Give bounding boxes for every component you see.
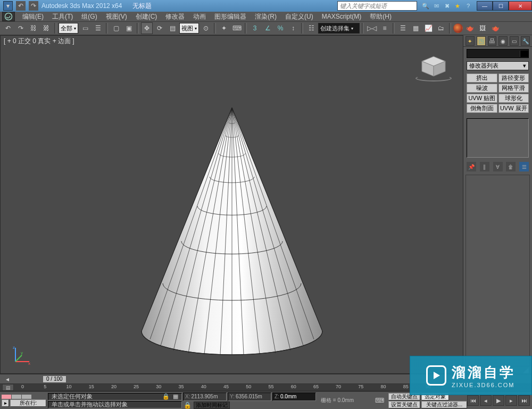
- menu-customize[interactable]: 自定义(U): [281, 11, 318, 22]
- modifier-spherify[interactable]: 球形化: [498, 94, 529, 103]
- snap-toggle-icon[interactable]: 3: [249, 22, 261, 34]
- app-menu-icon[interactable]: ▾: [3, 1, 13, 11]
- maxscript-mini-listener[interactable]: [2, 395, 46, 399]
- menu-edit[interactable]: 编辑(E): [18, 11, 48, 22]
- tab-create-icon[interactable]: ✦: [466, 36, 475, 46]
- exchange-icon[interactable]: ✖: [443, 2, 451, 10]
- now-row-button[interactable]: 所在行:: [10, 399, 46, 407]
- modifier-meshsmooth[interactable]: 网格平滑: [498, 84, 529, 93]
- infocenter-search-icon[interactable]: 🔍: [421, 2, 430, 10]
- close-button[interactable]: ✕: [509, 1, 532, 11]
- menu-help[interactable]: 帮助(H): [365, 11, 396, 22]
- spinner-snap-icon[interactable]: ↕: [287, 22, 299, 34]
- keymode-icon[interactable]: ⌨: [373, 395, 385, 406]
- coord-z[interactable]: Z:0.0mm: [272, 392, 316, 401]
- tab-hierarchy-icon[interactable]: 品: [488, 36, 497, 46]
- isolate-icon[interactable]: ▦: [173, 393, 178, 400]
- window-crossing-icon[interactable]: ▣: [123, 22, 135, 34]
- favorite-icon[interactable]: ★: [453, 2, 462, 10]
- tab-display-icon[interactable]: ▭: [510, 36, 519, 46]
- named-selection-dropdown[interactable]: 创建选择集▾: [318, 23, 360, 34]
- next-frame-icon[interactable]: ▸: [505, 395, 517, 406]
- configure-sets-icon[interactable]: ☰: [519, 162, 529, 171]
- curve-editor-icon[interactable]: 📈: [422, 22, 434, 34]
- render-setup-icon[interactable]: 🫖: [464, 22, 476, 34]
- select-scale-icon[interactable]: ▤: [167, 22, 178, 34]
- help-icon[interactable]: ?: [464, 2, 472, 10]
- maximize-button[interactable]: ☐: [493, 1, 509, 11]
- help-search-input[interactable]: [337, 1, 417, 11]
- setkey-button[interactable]: 设置关键点: [388, 401, 420, 408]
- select-by-name-icon[interactable]: ☰: [92, 22, 104, 34]
- goto-start-icon[interactable]: ⏮: [467, 395, 479, 406]
- object-color-swatch[interactable]: [520, 51, 528, 57]
- modifier-noise[interactable]: 噪波: [467, 84, 497, 93]
- modifier-extrude[interactable]: 挤出: [467, 73, 497, 83]
- tab-modify-icon[interactable]: ◳: [477, 36, 486, 46]
- time-slider-handle[interactable]: 0 / 100: [43, 375, 66, 383]
- menu-tools[interactable]: 工具(T): [48, 11, 77, 22]
- menu-group[interactable]: 组(G): [77, 11, 101, 22]
- menu-create[interactable]: 创建(C): [131, 11, 162, 22]
- lock-transform-icon[interactable]: 🔒: [183, 402, 192, 409]
- viewport[interactable]: [ + 0 正交 0 真实 + 边面 ]: [0, 35, 463, 374]
- coord-y[interactable]: Y:6356.015m: [228, 392, 271, 401]
- menu-grapheditors[interactable]: 图形编辑器: [210, 11, 251, 22]
- select-rectangle-icon[interactable]: ▢: [110, 22, 122, 34]
- select-move-icon[interactable]: ✥: [141, 22, 153, 34]
- object-name-field[interactable]: [467, 49, 529, 58]
- minimize-button[interactable]: —: [477, 1, 493, 11]
- pivot-icon[interactable]: ⊙: [200, 22, 212, 34]
- play-icon[interactable]: ▶: [493, 395, 504, 406]
- trackbar-toggle-icon[interactable]: ▤: [2, 384, 14, 391]
- qat-undo-icon[interactable]: ↶: [16, 1, 26, 11]
- select-object-icon[interactable]: ▭: [79, 22, 91, 34]
- open-mini-listener-icon[interactable]: ▸: [2, 399, 9, 407]
- selection-filter-dropdown[interactable]: 全部▾: [59, 23, 78, 34]
- subscription-icon[interactable]: ✉: [432, 2, 440, 10]
- angle-snap-icon[interactable]: ∠: [262, 22, 273, 34]
- graphite-icon[interactable]: ▦: [410, 22, 421, 34]
- tab-motion-icon[interactable]: ◉: [498, 36, 508, 46]
- edit-named-sel-icon[interactable]: ☷: [305, 22, 317, 34]
- add-time-tag-button[interactable]: 添加时间标记: [194, 402, 230, 409]
- pin-stack-icon[interactable]: 📌: [467, 162, 476, 171]
- remove-modifier-icon[interactable]: 🗑: [506, 162, 516, 171]
- qat-redo-icon[interactable]: ↷: [29, 1, 38, 11]
- percent-snap-icon[interactable]: %: [275, 22, 286, 34]
- tab-utilities-icon[interactable]: 🔧: [521, 36, 530, 46]
- modifier-list-dropdown[interactable]: 修改器列表▾: [467, 61, 529, 70]
- manipulate-icon[interactable]: ✦: [218, 22, 230, 34]
- app-logo-icon[interactable]: [2, 12, 15, 21]
- align-icon[interactable]: ≡: [379, 22, 390, 34]
- slider-step-back-icon[interactable]: ◂: [2, 375, 13, 383]
- show-end-result-icon[interactable]: ‖: [480, 162, 489, 171]
- lock-selection-icon[interactable]: 🔒: [162, 393, 170, 400]
- viewcube[interactable]: [413, 44, 454, 84]
- schematic-icon[interactable]: 🗂: [435, 22, 447, 34]
- menu-animation[interactable]: 动画: [189, 11, 210, 22]
- rendered-frame-icon[interactable]: 🖼: [477, 22, 488, 34]
- viewport-label[interactable]: [ + 0 正交 0 真实 + 边面 ]: [4, 37, 74, 46]
- ref-coord-dropdown[interactable]: 视图▾: [179, 23, 199, 34]
- key-filters-button[interactable]: 关键点过滤器...: [421, 401, 467, 408]
- prev-frame-icon[interactable]: ◂: [480, 395, 492, 406]
- mirror-icon[interactable]: ▷◁: [366, 22, 378, 34]
- modifier-pathdeform[interactable]: 路径变形: [498, 73, 529, 83]
- make-unique-icon[interactable]: ∀: [493, 162, 503, 171]
- modifier-uvwunwrap[interactable]: UVW 展开: [498, 104, 529, 113]
- redo-icon[interactable]: ↷: [15, 22, 27, 34]
- menu-rendering[interactable]: 渲染(R): [251, 11, 281, 22]
- select-rotate-icon[interactable]: ⟳: [154, 22, 165, 34]
- render-production-icon[interactable]: 🫖: [489, 22, 501, 34]
- undo-icon[interactable]: ↶: [2, 22, 14, 34]
- keyboard-shortcut-icon[interactable]: ⌨: [231, 22, 243, 34]
- unlink-icon[interactable]: ⛓̸: [40, 22, 52, 34]
- goto-end-icon[interactable]: ⏭: [518, 395, 530, 406]
- menu-maxscript[interactable]: MAXScript(M): [318, 12, 366, 21]
- modifier-uvwmap[interactable]: UVW 贴图: [467, 94, 497, 103]
- link-icon[interactable]: ⛓: [28, 22, 39, 34]
- modifier-bevelprofile[interactable]: 倒角剖面: [467, 104, 497, 113]
- layers-icon[interactable]: ☰: [397, 22, 409, 34]
- menu-modifiers[interactable]: 修改器: [161, 11, 189, 22]
